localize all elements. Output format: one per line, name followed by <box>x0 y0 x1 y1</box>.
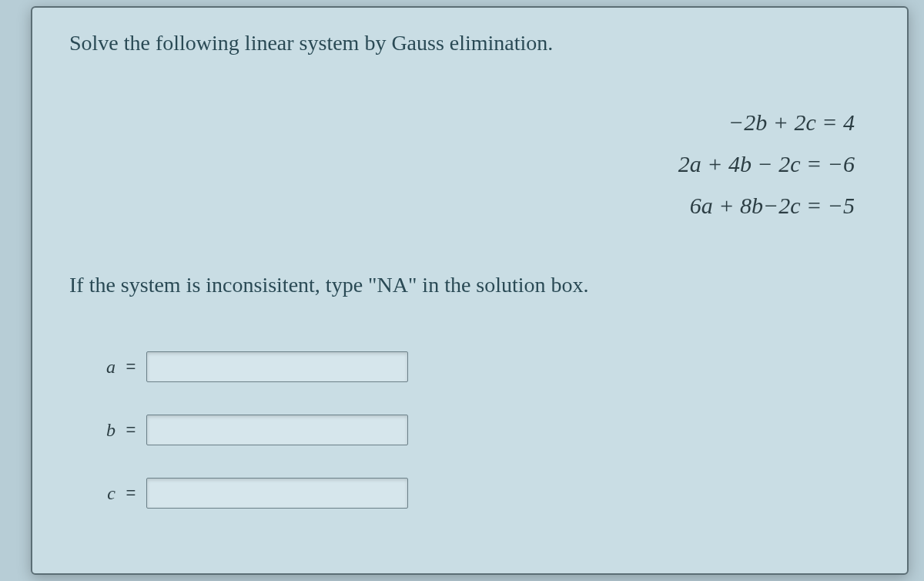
answers-block: a = b = c = <box>85 351 870 509</box>
answer-input-b[interactable] <box>146 415 408 445</box>
answer-row-b: b = <box>85 415 870 445</box>
answer-row-a: a = <box>85 351 870 382</box>
answer-row-c: c = <box>85 478 870 509</box>
var-label-b: b <box>85 420 116 441</box>
equals-c: = <box>116 483 146 503</box>
equation-system: −2b + 2c = 4 2a + 4b − 2c = −6 6a + 8b−2… <box>69 102 870 227</box>
equals-a: = <box>116 357 146 377</box>
question-title: Solve the following linear system by Gau… <box>69 31 870 55</box>
answer-input-a[interactable] <box>146 351 408 382</box>
equation-3: 6a + 8b−2c = −5 <box>69 185 855 227</box>
equals-b: = <box>116 420 146 440</box>
equation-1: −2b + 2c = 4 <box>69 102 855 143</box>
instruction-text: If the system is inconsisitent, type "NA… <box>69 273 870 297</box>
question-card: Solve the following linear system by Gau… <box>31 6 909 575</box>
answer-input-c[interactable] <box>146 478 408 509</box>
equation-2: 2a + 4b − 2c = −6 <box>69 143 855 185</box>
var-label-c: c <box>85 483 116 504</box>
var-label-a: a <box>85 357 116 378</box>
